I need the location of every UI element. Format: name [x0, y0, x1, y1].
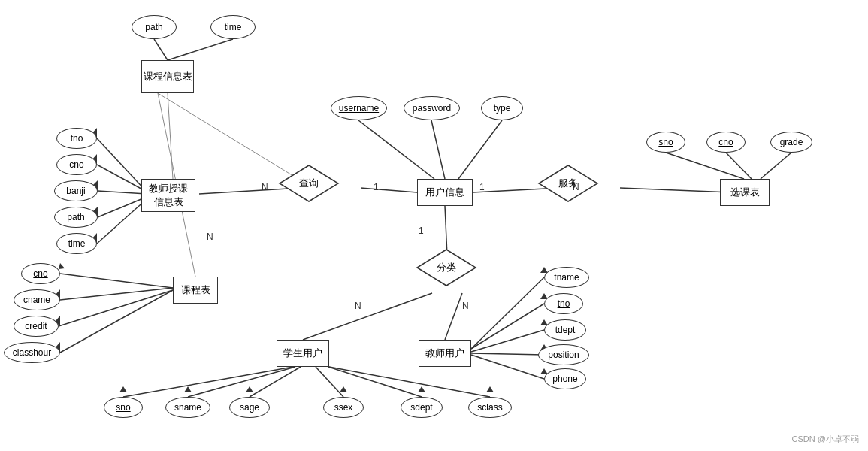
- diamond-classify-label: 分类: [437, 261, 456, 274]
- svg-line-12: [60, 290, 173, 353]
- svg-marker-45: [59, 263, 65, 269]
- svg-marker-56: [184, 386, 192, 392]
- label-1c: 1: [419, 226, 424, 236]
- label-n4: N: [355, 301, 361, 311]
- entity-course-table: 课程表: [173, 277, 218, 304]
- svg-line-10: [60, 288, 173, 300]
- oval-tname: tname: [544, 267, 589, 288]
- oval-tdept: tdept: [544, 319, 586, 341]
- svg-line-2: [168, 93, 173, 179]
- oval-sclass: sclass: [468, 397, 512, 418]
- svg-line-31: [471, 330, 544, 352]
- entity-user-info: 用户信息: [417, 179, 473, 206]
- svg-marker-60: [486, 386, 494, 392]
- svg-line-18: [431, 120, 445, 179]
- diamond-classify: 分类: [416, 248, 477, 287]
- diamond-query-label: 查询: [299, 177, 319, 190]
- svg-line-33: [471, 355, 544, 379]
- svg-line-7: [98, 197, 147, 217]
- svg-line-25: [250, 367, 301, 397]
- oval-classhour: classhour: [4, 342, 60, 363]
- label-n5: N: [462, 301, 469, 311]
- svg-line-23: [123, 367, 293, 397]
- oval-tno2: tno: [544, 293, 583, 314]
- svg-line-30: [471, 304, 544, 349]
- svg-line-0: [154, 39, 168, 60]
- diamond-query: 查询: [278, 164, 340, 203]
- diamond-service: 服务: [537, 164, 599, 203]
- oval-sno1: sno: [104, 397, 143, 418]
- svg-line-35: [726, 153, 752, 179]
- svg-line-8: [97, 199, 147, 244]
- svg-line-29: [471, 277, 544, 349]
- label-n1: N: [262, 182, 268, 192]
- oval-time2: time: [56, 233, 97, 254]
- svg-line-34: [666, 153, 744, 179]
- svg-line-14: [361, 188, 417, 192]
- svg-line-26: [316, 367, 343, 397]
- svg-marker-58: [340, 386, 347, 392]
- oval-grade: grade: [770, 132, 812, 153]
- oval-banji: banji: [54, 180, 98, 201]
- oval-username: username: [331, 96, 387, 120]
- svg-marker-57: [246, 386, 253, 392]
- svg-line-32: [471, 353, 544, 355]
- svg-line-21: [303, 293, 432, 340]
- svg-line-5: [97, 165, 147, 192]
- svg-line-22: [445, 293, 462, 340]
- oval-cno3: cno: [706, 132, 746, 153]
- oval-sno2: sno: [646, 132, 685, 153]
- oval-sage: sage: [229, 397, 270, 418]
- oval-sname: sname: [165, 397, 210, 418]
- svg-line-9: [60, 274, 173, 288]
- entity-teacher-course: 教师授课信息表: [141, 179, 195, 212]
- svg-line-36: [761, 153, 791, 179]
- entity-course-info: 课程信息表: [141, 60, 194, 93]
- oval-type: type: [481, 96, 523, 120]
- watermark: CSDN @小卓不弱: [792, 434, 859, 445]
- entity-select-course: 选课表: [720, 179, 770, 206]
- oval-credit: credit: [14, 316, 59, 337]
- svg-line-16: [620, 188, 731, 192]
- svg-line-27: [328, 367, 422, 397]
- oval-time1: time: [210, 15, 256, 39]
- svg-line-28: [329, 367, 490, 397]
- label-1b: 1: [479, 182, 485, 192]
- svg-marker-59: [418, 386, 425, 392]
- er-diagram: path time tno cno banji path time cno cn…: [0, 0, 868, 451]
- oval-path1: path: [132, 15, 177, 39]
- oval-cno1: cno: [56, 154, 97, 175]
- svg-line-1: [168, 39, 233, 60]
- label-n3: N: [207, 232, 213, 242]
- svg-marker-55: [119, 386, 127, 392]
- svg-line-11: [59, 290, 173, 326]
- svg-line-17: [358, 120, 434, 179]
- oval-cno2: cno: [21, 263, 60, 284]
- oval-cname: cname: [14, 289, 60, 310]
- entity-student-user: 学生用户: [277, 340, 329, 367]
- oval-path2: path: [54, 207, 98, 228]
- label-1a: 1: [374, 182, 379, 192]
- oval-password: password: [404, 96, 460, 120]
- diamond-service-label: 服务: [558, 177, 578, 190]
- svg-line-4: [97, 138, 147, 192]
- oval-position: position: [538, 344, 589, 365]
- svg-line-24: [188, 367, 295, 397]
- svg-line-6: [98, 191, 147, 194]
- oval-ssex: ssex: [323, 397, 364, 418]
- connection-lines: [0, 0, 868, 451]
- svg-line-19: [458, 120, 502, 179]
- oval-sdept: sdept: [401, 397, 443, 418]
- entity-teacher-user: 教师用户: [419, 340, 471, 367]
- oval-phone: phone: [544, 368, 586, 389]
- oval-tno1: tno: [56, 128, 97, 149]
